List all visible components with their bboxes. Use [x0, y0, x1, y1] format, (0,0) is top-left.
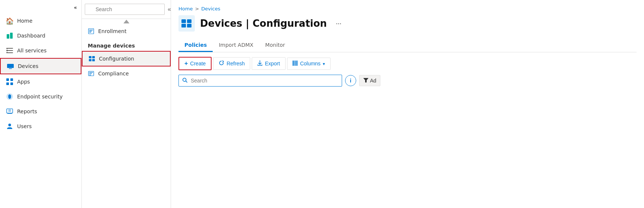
sidebar-item-label: All services	[17, 48, 46, 53]
svg-rect-0	[7, 34, 9, 39]
svg-marker-41	[363, 78, 368, 82]
refresh-icon	[219, 60, 224, 67]
svg-rect-32	[181, 19, 186, 23]
sidebar-collapse-button[interactable]: «	[0, 3, 81, 13]
svg-rect-11	[10, 78, 13, 81]
columns-label: Columns	[300, 61, 321, 66]
allservices-icon	[6, 47, 13, 54]
svg-rect-38	[296, 61, 297, 66]
refresh-button[interactable]: Refresh	[213, 57, 250, 70]
refresh-label: Refresh	[226, 61, 245, 66]
svg-rect-24	[89, 56, 91, 58]
svg-rect-26	[89, 59, 91, 61]
users-icon	[6, 123, 13, 130]
page-header-icon	[178, 15, 195, 32]
svg-rect-1	[10, 33, 13, 39]
sidebar: « 🏠 Home Dashboard All services	[0, 0, 82, 208]
svg-point-19	[8, 124, 11, 126]
svg-rect-13	[10, 82, 13, 85]
svg-rect-18	[8, 111, 11, 111]
svg-rect-12	[6, 82, 9, 85]
columns-button[interactable]: Columns	[287, 58, 331, 70]
breadcrumb-current[interactable]: Devices	[201, 6, 220, 12]
filter-icon	[363, 78, 368, 84]
svg-rect-17	[8, 110, 11, 110]
mid-scroll-up	[82, 19, 171, 24]
breadcrumb: Home > Devices	[178, 6, 637, 12]
sidebar-item-label: Endpoint security	[17, 94, 63, 100]
more-options-button[interactable]: ···	[334, 18, 343, 29]
create-button[interactable]: + Create	[178, 57, 212, 70]
sidebar-item-dashboard[interactable]: Dashboard	[0, 28, 81, 43]
content-search-input[interactable]	[178, 75, 342, 87]
tab-import-admx[interactable]: Import ADMX	[213, 39, 259, 52]
svg-rect-27	[92, 59, 95, 61]
sidebar-item-devices[interactable]: Devices	[0, 58, 81, 74]
main-content: Home > Devices Devices | Configuration ·…	[171, 0, 644, 208]
sidebar-item-users[interactable]: Users	[0, 119, 81, 134]
sidebar-item-reports[interactable]: Reports	[0, 104, 81, 119]
sidebar-item-endpoint[interactable]: Endpoint security	[0, 89, 81, 104]
tab-policies[interactable]: Policies	[178, 39, 213, 52]
enrollment-icon	[88, 28, 94, 35]
sidebar-item-label: Devices	[18, 63, 38, 69]
breadcrumb-home[interactable]: Home	[178, 6, 193, 12]
create-icon: +	[184, 60, 188, 67]
filter-button[interactable]: Ad	[359, 75, 380, 86]
manage-devices-title: Manage devices	[82, 38, 171, 51]
mid-nav-configuration[interactable]: Configuration	[82, 51, 171, 66]
svg-rect-9	[9, 68, 12, 69]
filter-label: Ad	[370, 78, 376, 84]
svg-line-40	[186, 81, 187, 82]
mid-search-input[interactable]	[85, 4, 165, 15]
mid-panel: 🔍 « Enrollment Manage devices	[82, 0, 171, 208]
svg-rect-15	[7, 109, 13, 113]
collapse-icon: «	[74, 4, 77, 10]
content-search-row: i Ad	[178, 75, 637, 87]
svg-point-7	[6, 52, 8, 53]
svg-rect-33	[187, 19, 191, 23]
sidebar-item-allservices[interactable]: All services	[0, 43, 81, 58]
info-button[interactable]: i	[345, 75, 356, 86]
sidebar-item-apps[interactable]: Apps	[0, 74, 81, 89]
sidebar-item-label: Reports	[17, 108, 37, 114]
sidebar-item-home[interactable]: 🏠 Home	[0, 13, 81, 28]
compliance-label: Compliance	[98, 71, 129, 77]
svg-rect-25	[92, 56, 95, 58]
content-search-icon	[182, 78, 187, 84]
export-label: Export	[265, 61, 280, 66]
svg-rect-22	[89, 31, 92, 32]
sidebar-item-label: Apps	[17, 79, 30, 85]
svg-rect-16	[7, 113, 12, 114]
columns-icon	[293, 61, 298, 67]
page-title: Devices | Configuration	[200, 18, 327, 29]
svg-rect-21	[89, 30, 93, 30]
mid-nav-enrollment[interactable]: Enrollment	[82, 24, 171, 38]
svg-point-5	[6, 48, 8, 49]
endpoint-icon	[6, 93, 13, 100]
svg-rect-35	[187, 24, 191, 27]
mid-nav-compliance[interactable]: Compliance	[82, 66, 171, 81]
breadcrumb-separator: >	[195, 6, 199, 12]
export-button[interactable]: Export	[252, 57, 285, 70]
configuration-label: Configuration	[99, 56, 134, 62]
sidebar-item-label: Home	[17, 18, 32, 24]
configuration-icon	[88, 55, 95, 62]
columns-chevron-icon	[323, 61, 325, 66]
mid-search-row: 🔍 «	[82, 0, 171, 19]
content-search-wrapper	[178, 75, 342, 87]
sidebar-item-label: Dashboard	[17, 33, 45, 39]
apps-icon	[6, 78, 13, 85]
mid-search-wrapper: 🔍	[85, 4, 165, 15]
svg-rect-31	[89, 75, 91, 75]
tabs-row: Policies Import ADMX Monitor	[178, 39, 637, 52]
export-icon	[257, 60, 263, 67]
info-icon: i	[350, 78, 351, 84]
svg-rect-37	[294, 61, 296, 66]
sidebar-item-label: Users	[17, 123, 32, 129]
svg-point-6	[6, 50, 8, 51]
scroll-up-arrow	[123, 20, 129, 23]
dashboard-icon	[6, 32, 13, 39]
tab-monitor[interactable]: Monitor	[259, 39, 291, 52]
create-label: Create	[190, 61, 206, 66]
